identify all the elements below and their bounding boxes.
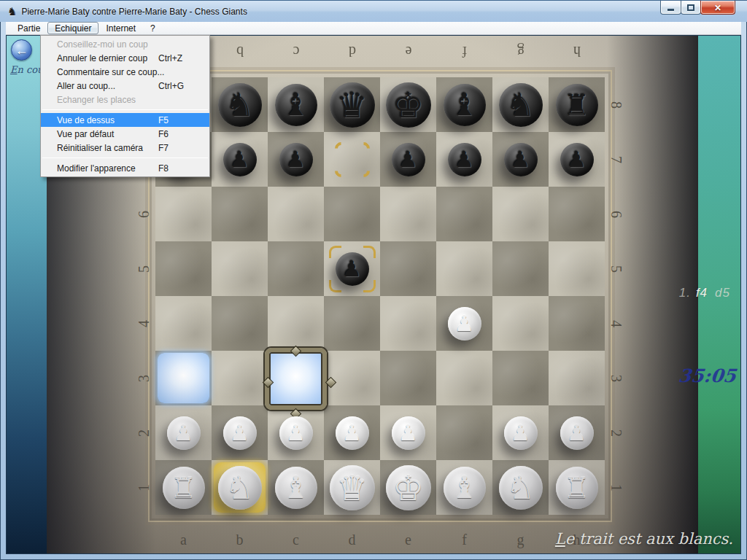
piece-black-pawn-h7[interactable]: ♟ xyxy=(560,143,594,176)
menu-item-reinitialiser-la-camera[interactable]: Réinitialiser la caméraF7 xyxy=(41,141,209,155)
file-label-bottom-c: c xyxy=(287,531,305,548)
piece-black-bishop-f8[interactable]: ♝ xyxy=(444,84,486,126)
piece-white-bishop-c1[interactable]: ♝ xyxy=(275,467,317,509)
piece-white-pawn-e2[interactable]: ♟ xyxy=(392,416,425,450)
square-b5[interactable] xyxy=(212,241,268,296)
chess-knight-icon: ♞ xyxy=(7,6,17,17)
square-d6[interactable] xyxy=(324,187,380,241)
back-button[interactable]: ← xyxy=(11,39,32,61)
square-d4[interactable] xyxy=(324,296,380,351)
close-button[interactable] xyxy=(700,1,735,15)
piece-black-pawn-g7[interactable]: ♟ xyxy=(504,143,538,176)
black-knight-icon: ♞ xyxy=(225,89,254,121)
piece-black-queen-d8[interactable]: ♛ xyxy=(330,82,375,128)
minimize-button[interactable] xyxy=(660,1,681,15)
piece-black-pawn-c7[interactable]: ♟ xyxy=(279,143,313,176)
menu-item-conseillez-moi-un-coup[interactable]: Conseillez-moi un coup xyxy=(41,37,209,51)
menu-item-label: Réinitialiser la caméra xyxy=(57,143,158,153)
file-label-top-g: g xyxy=(512,43,530,61)
move-target-highlight-a3[interactable] xyxy=(158,353,209,403)
piece-black-rook-h8[interactable]: ♜ xyxy=(556,84,598,126)
menubar-item-echiquier[interactable]: Echiquier xyxy=(47,22,98,34)
square-g5[interactable] xyxy=(492,241,549,296)
square-e3[interactable] xyxy=(380,351,436,405)
square-h3[interactable] xyxy=(549,351,605,405)
square-e5[interactable] xyxy=(380,241,436,296)
menu-item-vue-par-defaut[interactable]: Vue par défautF6 xyxy=(41,127,209,141)
piece-white-pawn-f4[interactable]: ♟ xyxy=(448,307,481,341)
square-c6[interactable] xyxy=(268,187,324,241)
file-label-top-b: b xyxy=(231,43,249,61)
piece-white-pawn-c2[interactable]: ♟ xyxy=(279,416,313,450)
square-b3[interactable] xyxy=(212,351,268,405)
chess-board: ♜♞♝♛♚♝♞♜♟♟♟♟♟♟♟♟♟♟♟♟♟♟♟♟♜♞♝♛♚♝♞♜ xyxy=(155,77,605,515)
piece-white-queen-d1[interactable]: ♛ xyxy=(330,465,375,510)
window-controls xyxy=(661,1,735,15)
menubar-item-item[interactable]: ? xyxy=(143,22,163,34)
piece-white-rook-h1[interactable]: ♜ xyxy=(556,467,598,509)
menu-item-aller-au-coup[interactable]: Aller au coup...Ctrl+G xyxy=(41,79,209,93)
piece-white-bishop-f1[interactable]: ♝ xyxy=(444,467,486,509)
black-pawn-icon: ♟ xyxy=(511,149,530,171)
maximize-button[interactable] xyxy=(681,1,701,15)
black-pawn-icon: ♟ xyxy=(342,258,362,280)
black-bishop-icon: ♝ xyxy=(451,90,479,120)
square-a6[interactable] xyxy=(155,187,212,241)
menu-item-modifier-l-apparence[interactable]: Modifier l'apparenceF8 xyxy=(41,161,209,175)
menu-item-label: Annuler le dernier coup xyxy=(57,53,158,63)
piece-black-king-e8[interactable]: ♚ xyxy=(386,82,431,128)
white-knight-icon: ♞ xyxy=(506,472,535,504)
square-b4[interactable] xyxy=(212,296,268,351)
square-e6[interactable] xyxy=(380,187,436,241)
square-g3[interactable] xyxy=(492,351,549,405)
square-h6[interactable] xyxy=(549,187,605,241)
menu-item-echanger-les-places[interactable]: Echanger les places xyxy=(41,93,209,106)
menu-item-commentaire-sur-ce-coup[interactable]: Commentaire sur ce coup... xyxy=(41,65,209,79)
square-d7[interactable] xyxy=(324,132,380,187)
square-c4[interactable] xyxy=(268,296,324,351)
square-f2[interactable] xyxy=(436,405,492,460)
menu-item-shortcut: F6 xyxy=(158,129,202,139)
piece-white-pawn-h2[interactable]: ♟ xyxy=(560,416,594,450)
piece-white-pawn-b2[interactable]: ♟ xyxy=(223,416,257,450)
square-f3[interactable] xyxy=(436,351,492,405)
piece-white-king-e1[interactable]: ♚ xyxy=(386,465,431,510)
square-b6[interactable] xyxy=(212,187,268,241)
white-pawn-icon: ♟ xyxy=(286,422,306,444)
black-bishop-icon: ♝ xyxy=(282,90,310,120)
piece-white-knight-b1[interactable]: ♞ xyxy=(218,466,262,510)
square-g6[interactable] xyxy=(492,187,549,241)
black-pawn-icon: ♟ xyxy=(230,149,249,171)
square-f6[interactable] xyxy=(436,187,492,241)
menu-item-vue-de-dessus[interactable]: Vue de dessusF5 xyxy=(41,113,209,127)
piece-white-pawn-g2[interactable]: ♟ xyxy=(504,416,538,450)
piece-black-pawn-b7[interactable]: ♟ xyxy=(223,143,257,176)
square-f5[interactable] xyxy=(436,241,492,296)
square-a5[interactable] xyxy=(155,241,212,296)
menu-item-annuler-le-dernier-coup[interactable]: Annuler le dernier coupCtrl+Z xyxy=(41,51,209,65)
piece-black-pawn-e7[interactable]: ♟ xyxy=(392,143,425,176)
piece-black-knight-g8[interactable]: ♞ xyxy=(499,83,543,127)
piece-black-knight-b8[interactable]: ♞ xyxy=(218,83,262,127)
white-rook-icon: ♜ xyxy=(171,473,197,502)
title-bar[interactable]: ♞ Pierre-Marie Baty contre Pierre-Marie … xyxy=(0,0,747,22)
piece-white-pawn-d2[interactable]: ♟ xyxy=(336,416,369,450)
piece-white-knight-g1[interactable]: ♞ xyxy=(499,466,543,510)
white-king-icon: ♚ xyxy=(392,470,424,505)
piece-white-rook-a1[interactable]: ♜ xyxy=(163,467,205,509)
piece-black-pawn-f7[interactable]: ♟ xyxy=(448,143,481,176)
menu-item-label: Aller au coup... xyxy=(57,81,158,91)
piece-white-pawn-a2[interactable]: ♟ xyxy=(167,416,201,450)
square-g4[interactable] xyxy=(492,296,549,351)
square-a4[interactable] xyxy=(155,296,212,351)
hovered-move-target-frame-c3[interactable] xyxy=(265,348,327,410)
menu-bar: PartieEchiquierInternet? xyxy=(6,22,741,35)
square-e4[interactable] xyxy=(380,296,436,351)
menubar-item-internet[interactable]: Internet xyxy=(98,22,143,34)
piece-black-pawn-d5[interactable]: ♟ xyxy=(336,252,369,286)
menubar-item-partie[interactable]: Partie xyxy=(10,22,47,34)
square-h4[interactable] xyxy=(549,296,605,351)
piece-black-bishop-c8[interactable]: ♝ xyxy=(275,84,317,126)
square-h5[interactable] xyxy=(549,241,605,296)
square-c5[interactable] xyxy=(268,241,324,296)
